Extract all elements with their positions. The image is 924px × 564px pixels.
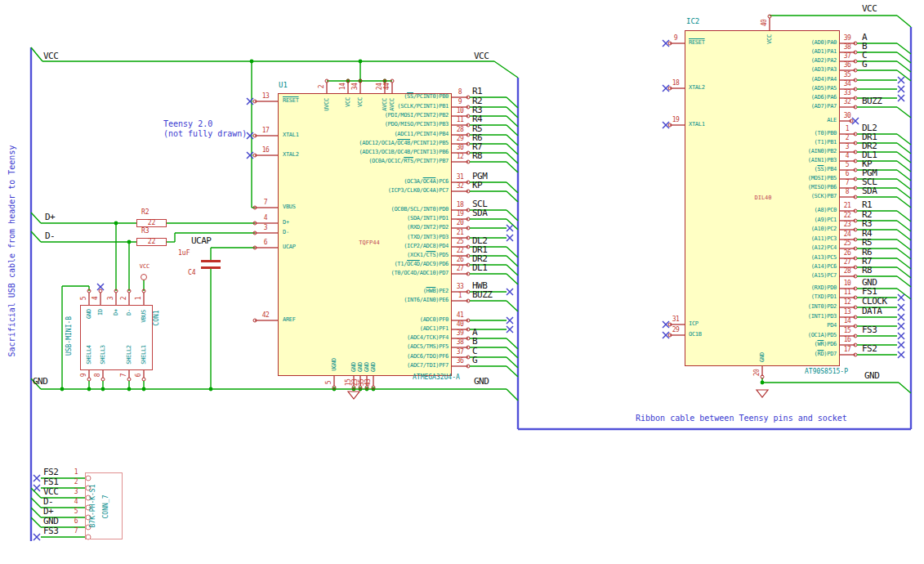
pin-name: GND — [87, 310, 92, 320]
pin-number: 5 — [326, 381, 333, 384]
pin-name: AVCC — [390, 98, 395, 111]
pin-name: (WR)PD6 — [815, 342, 837, 348]
pin-name: (XCK1/CTS)PD5 — [407, 253, 449, 259]
pin-name: (INT0)PD2 — [808, 304, 837, 311]
net-label: G — [862, 60, 867, 69]
pin-number: 6 — [136, 374, 142, 377]
pin-number: 18 — [668, 80, 683, 87]
net-label: GND — [864, 371, 879, 381]
pin-number: 9 — [452, 99, 468, 106]
pin-number: 38 — [840, 44, 855, 51]
pin-number: 19 — [668, 117, 683, 124]
pin-number: 16 — [840, 337, 855, 344]
pin-number: 27 — [840, 259, 855, 266]
net-label: SDA — [862, 186, 877, 196]
pin-name: (AD6)PA6 — [811, 95, 837, 101]
pin-name: (MISO)PB6 — [808, 185, 837, 191]
pin-number: 22 — [452, 248, 468, 255]
pin-name: (A8)PC0 — [815, 208, 837, 214]
pin-name: RESET — [689, 40, 705, 47]
pin-number: 29 — [668, 327, 683, 334]
pin-number: 41 — [452, 312, 468, 320]
pin-name: (PDO/MISO/PCINT3)PB3 — [385, 122, 449, 128]
pin-number: 5 — [81, 297, 87, 300]
net-label: D+ — [45, 213, 55, 222]
pin-number: 13 — [840, 309, 855, 316]
pin-number: 7 — [121, 374, 127, 377]
resistor-r2-value: 22 — [136, 220, 167, 226]
net-label: FS3 — [43, 526, 58, 536]
pin-number: 29 — [452, 136, 468, 143]
net-label: G — [472, 356, 477, 365]
pin-name: (AD0)PA0 — [811, 40, 837, 47]
pin-name: XTAL1 — [689, 122, 705, 128]
pin-name: (A12)PC4 — [811, 245, 837, 252]
pin-number: 38 — [452, 339, 468, 347]
pin-number: 16 — [255, 147, 276, 154]
pin-number: 4 — [255, 215, 276, 222]
pin-number: 7 — [255, 199, 276, 207]
pin-name: (SCLK/PCINT1)PB1 — [397, 104, 449, 110]
pin-number: 22 — [840, 213, 855, 220]
ic-u1-footprint: TQFP44 — [350, 240, 389, 247]
resistor-r3-ref: R3 — [141, 228, 150, 235]
pin-number: 24 — [377, 83, 383, 91]
capacitor-c4-value: 1uF — [178, 250, 190, 257]
pin-number: 9 — [81, 374, 87, 377]
pin-name: (AD3)PA3 — [811, 67, 837, 74]
pin-name: GND — [351, 362, 357, 372]
pin-name: XTAL1 — [283, 132, 299, 139]
pin-name: AVCC — [382, 98, 388, 111]
pin-number: 2 — [319, 85, 325, 88]
pin-number: 10 — [840, 280, 855, 288]
pin-number: 20 — [452, 220, 468, 227]
pin-number: 19 — [452, 211, 468, 218]
pin-number: 1 — [452, 293, 468, 300]
pin-name: ICP — [689, 321, 699, 328]
pin-name: (AD2)PA2 — [811, 58, 837, 65]
pin-name: (AD7)PA7 — [811, 104, 837, 110]
pin-name: VCC — [346, 98, 351, 108]
pin-number: 34 — [352, 83, 359, 91]
pin-name: D+ — [114, 309, 119, 316]
net-label: FS2 — [862, 344, 877, 354]
pin-name: (ADC4/TCK)PF4 — [407, 335, 449, 342]
pin-number: 7 — [840, 180, 855, 187]
pin-name: (INT6/AIN0)PE6 — [404, 298, 449, 304]
pin-name: SHELL3 — [100, 345, 106, 365]
pin-number: 28 — [452, 127, 468, 134]
pin-number: 39 — [452, 330, 468, 338]
pin-name: (RXD)PD0 — [811, 285, 837, 292]
pin-number: 5 — [840, 162, 855, 169]
pin-number: 11 — [452, 117, 468, 124]
pin-number: 27 — [452, 266, 468, 273]
pin-number: 2 — [840, 135, 855, 142]
pin-number: 13 — [255, 93, 276, 101]
pin-name: (ADC11/PCINT4)PB4 — [394, 132, 449, 138]
pin-number: 23 — [840, 222, 855, 229]
pin-number: 8 — [840, 189, 855, 196]
pin-name: UCAP — [283, 244, 296, 251]
net-label: FS3 — [862, 325, 877, 335]
pin-name: (ADC0)PF0 — [420, 317, 449, 324]
net-label: SDA — [472, 208, 487, 218]
vcc-power-symbol-label: VCC — [136, 264, 153, 271]
pin-number: 12 — [452, 154, 468, 161]
pin-number: 43 — [365, 379, 372, 387]
pin-number: 6 — [255, 239, 276, 247]
capacitor-c4-ref: C4 — [188, 270, 196, 277]
pin-name: (ADC5/TMS)PF5 — [407, 344, 449, 351]
pin-number: 25 — [840, 240, 855, 248]
pin-name: (ADC13/OC1B/OC4B/PCINT13)PB6 — [359, 150, 449, 156]
net-label: VCC — [862, 4, 877, 14]
pin-number: 31 — [452, 174, 468, 181]
ic-ic2-ref: IC2 — [686, 18, 699, 26]
pin-number: 17 — [840, 347, 855, 354]
pin-number: 3 — [108, 297, 114, 300]
pin-name: VCC — [767, 35, 773, 45]
pin-name: (A10)PC2 — [811, 226, 837, 233]
note-sacrificial-usb: Sacrificial USB cable from header to Tee… — [8, 145, 16, 357]
pin-name: (INT1)PD3 — [808, 314, 837, 320]
net-label: DATA — [862, 307, 882, 316]
pin-number: 4 — [69, 499, 83, 506]
